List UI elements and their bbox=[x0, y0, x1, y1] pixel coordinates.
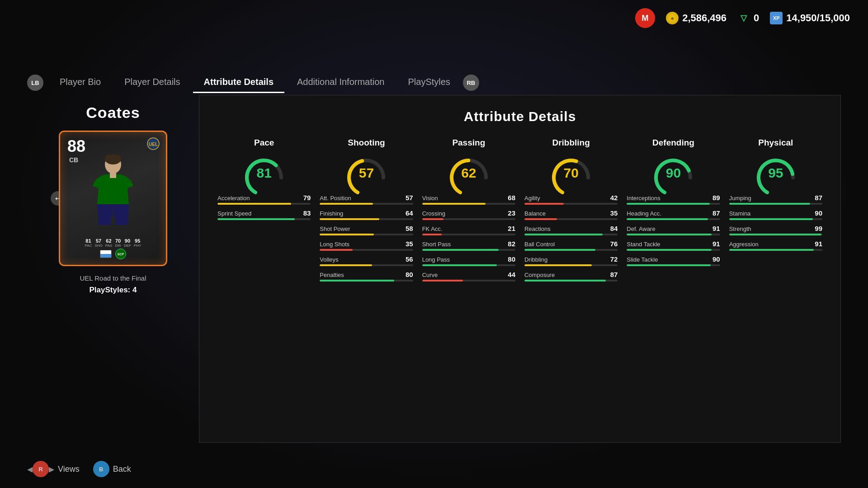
sub-attr-value: 44 bbox=[508, 271, 515, 278]
sub-attr-bar bbox=[217, 218, 311, 220]
lb-button[interactable]: LB bbox=[27, 75, 43, 91]
sub-attr-label: Penalties bbox=[320, 272, 344, 278]
sub-attr-fill bbox=[729, 218, 813, 220]
card-flags: SCP bbox=[60, 249, 166, 259]
attr-col-title-passing: Passing bbox=[452, 138, 485, 148]
sub-attr-value: 83 bbox=[303, 209, 311, 217]
sub-attr-fill bbox=[320, 280, 394, 282]
sub-attr-bar bbox=[320, 234, 413, 235]
sub-attr-label: Composure bbox=[524, 272, 555, 278]
sub-attr-bar bbox=[422, 218, 515, 220]
xp-icon: XP bbox=[770, 12, 783, 24]
attr-col-title-defending: Defending bbox=[652, 138, 694, 148]
sub-attr-fill bbox=[320, 203, 373, 205]
main-content: Coates ↩ 88 CB UEL bbox=[27, 95, 841, 443]
sub-attr-shot-power: Shot Power58 bbox=[320, 225, 413, 235]
tab-additional-info[interactable]: Additional Information bbox=[286, 72, 395, 93]
sub-attr-def-aware: Def. Aware91 bbox=[627, 225, 720, 235]
sub-attr-value: 79 bbox=[303, 194, 311, 202]
sub-attr-stand-tackle: Stand Tackle91 bbox=[627, 240, 720, 251]
sub-attr-fill bbox=[320, 218, 379, 220]
sub-attr-value: 57 bbox=[406, 194, 413, 202]
sub-attr-value: 82 bbox=[508, 240, 515, 248]
sub-attr-fill bbox=[422, 249, 499, 251]
sub-attr-label: Shot Power bbox=[320, 225, 350, 232]
sub-attr-bar bbox=[320, 203, 413, 205]
sub-attr-bar bbox=[524, 249, 618, 251]
player-subtitle: UEL Road to the Final bbox=[80, 274, 146, 282]
sub-attr-bar bbox=[524, 234, 618, 235]
sub-attr-label: Curve bbox=[422, 272, 438, 278]
sub-attr-label: Heading Acc. bbox=[627, 210, 661, 217]
rb-button[interactable]: RB bbox=[463, 75, 479, 91]
sub-attr-label: FK Acc. bbox=[422, 225, 443, 232]
sub-attr-label: Long Pass bbox=[422, 256, 450, 263]
back-control[interactable]: B Back bbox=[93, 461, 131, 477]
sub-attr-label: Aggression bbox=[729, 241, 759, 248]
tab-player-details[interactable]: Player Details bbox=[113, 72, 191, 93]
views-control[interactable]: ◀ R ▶ Views bbox=[27, 461, 80, 477]
sub-attr-bar bbox=[729, 218, 822, 220]
sub-attrs-physical: Jumping87Stamina90Strength99Aggression91 bbox=[729, 194, 822, 251]
tab-playstyles[interactable]: PlayStyles bbox=[397, 72, 461, 93]
sub-attr-bar bbox=[524, 218, 618, 220]
sub-attr-bar bbox=[524, 264, 618, 266]
card-stat-sho: 57 SHO bbox=[94, 238, 102, 248]
b-button[interactable]: B bbox=[93, 461, 109, 477]
player-name-title: Coates bbox=[86, 104, 140, 122]
sub-attr-label: Slide Tackle bbox=[627, 256, 658, 263]
sub-attr-ball-control: Ball Control76 bbox=[524, 240, 618, 251]
sub-attr-bar bbox=[422, 249, 515, 251]
svg-rect-8 bbox=[115, 217, 128, 225]
sub-attr-label: Agility bbox=[524, 195, 540, 202]
nav-tabs: LB Player Bio Player Details Attribute D… bbox=[27, 72, 483, 93]
sub-attr-label: Stamina bbox=[729, 210, 751, 217]
r-button[interactable]: R bbox=[33, 461, 49, 477]
sub-attr-bar bbox=[627, 264, 720, 266]
player-photo bbox=[68, 155, 158, 227]
sub-attr-value: 80 bbox=[406, 271, 413, 278]
tab-player-bio[interactable]: Player Bio bbox=[49, 72, 112, 93]
attr-columns: Pace 81Acceleration79Sprint Speed83Shoot… bbox=[217, 138, 822, 282]
currency1-display: ● 2,586,496 bbox=[666, 12, 726, 24]
sub-attr-volleys: Volleys56 bbox=[320, 255, 413, 266]
sub-attr-fill bbox=[320, 264, 372, 266]
sub-attr-fill bbox=[627, 264, 711, 266]
sub-attr-label: Long Shots bbox=[320, 241, 349, 248]
sub-attr-curve: Curve44 bbox=[422, 271, 515, 282]
sub-attr-heading-acc: Heading Acc.87 bbox=[627, 209, 720, 220]
sub-attr-fill bbox=[524, 234, 603, 235]
tab-attribute-details[interactable]: Attribute Details bbox=[193, 72, 284, 93]
sub-attr-value: 58 bbox=[406, 225, 413, 232]
card-stat-pas: 62 PAS bbox=[105, 238, 112, 248]
card-stats-row: 81 PAC 57 SHO 62 PAS 70 DRI bbox=[60, 238, 166, 248]
sub-attr-fill bbox=[524, 218, 557, 220]
svg-rect-6 bbox=[110, 172, 116, 178]
sub-attr-value: 64 bbox=[406, 209, 413, 217]
sub-attr-fill bbox=[524, 249, 595, 251]
sub-attr-bar bbox=[627, 234, 720, 235]
player-playstyles: PlayStyles: 4 bbox=[90, 286, 137, 295]
uel-badge: UEL bbox=[146, 136, 160, 151]
sub-attr-fill bbox=[217, 203, 291, 205]
sub-attr-reactions: Reactions84 bbox=[524, 225, 618, 235]
gauge-number-passing: 62 bbox=[461, 165, 476, 181]
attr-col-title-shooting: Shooting bbox=[348, 138, 385, 148]
triangle-icon: ▽ bbox=[737, 12, 750, 24]
sub-attr-value: 91 bbox=[815, 240, 822, 248]
sub-attr-value: 99 bbox=[815, 225, 822, 232]
sub-attr-fill bbox=[524, 280, 606, 282]
sub-attr-balance: Balance35 bbox=[524, 209, 618, 220]
sub-attr-value: 90 bbox=[712, 255, 720, 263]
sub-attr-aggression: Aggression91 bbox=[729, 240, 822, 251]
sub-attr-label: Finishing bbox=[320, 210, 343, 217]
sub-attr-value: 72 bbox=[610, 255, 618, 263]
sub-attr-fk-acc: FK Acc.21 bbox=[422, 225, 515, 235]
sub-attr-value: 23 bbox=[508, 209, 515, 217]
sub-attr-label: Jumping bbox=[729, 195, 751, 202]
sub-attr-bar bbox=[217, 203, 311, 205]
sub-attr-bar bbox=[422, 280, 515, 282]
sub-attr-value: 90 bbox=[815, 209, 822, 217]
sub-attr-bar bbox=[320, 249, 413, 251]
attr-col-passing: Passing 62Vision68Crossing23FK Acc.21Sho… bbox=[422, 138, 515, 282]
